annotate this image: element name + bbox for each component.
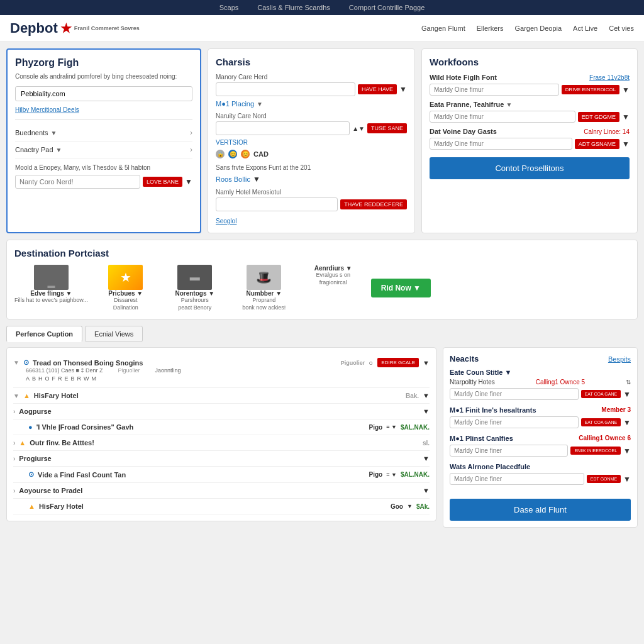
- right-sub1-btn[interactable]: DRIVE EINTERDICOL: [562, 85, 619, 94]
- right-sub2-dropdown[interactable]: ▼: [622, 113, 630, 121]
- triangle-warn-icon-3: ▲: [28, 502, 35, 510]
- dest-item-5-sub2: fragionircal: [319, 279, 347, 287]
- bottom-right-panel: Neacits Bespits Eate Coun Stitle ▼ Nta: [443, 347, 638, 528]
- right-block4-btn[interactable]: EDT GONME: [587, 475, 621, 483]
- lock-icon: 🔒: [216, 150, 225, 158]
- price-caret-4[interactable]: = ▼: [386, 424, 397, 430]
- dest-item-1-label[interactable]: Edve flings ▼: [30, 290, 72, 297]
- dropdown-caret[interactable]: ▼: [185, 177, 192, 186]
- right-sub3-btn[interactable]: ADT GSNAME: [575, 139, 619, 149]
- tab-perfence[interactable]: Perfence Cuption: [6, 326, 82, 342]
- right-block1-sort[interactable]: ⇅: [626, 379, 631, 386]
- right-block4-input[interactable]: [450, 473, 584, 485]
- mid-dropdown2-caret[interactable]: ▼: [253, 175, 260, 184]
- row-buednents[interactable]: Buednents ▼ ›: [15, 125, 192, 142]
- left-panel-input[interactable]: [15, 86, 192, 101]
- mid-field1-btn[interactable]: HAVE HAVE: [358, 84, 397, 94]
- expand-icon-1[interactable]: ▼: [13, 359, 19, 366]
- right-block4-dropdown[interactable]: ▼: [623, 475, 631, 484]
- search-link[interactable]: Seoglol: [216, 218, 236, 225]
- mid-field1-input[interactable]: [216, 82, 355, 96]
- nav-item-1[interactable]: Gangen Flumt: [421, 25, 465, 32]
- results-link[interactable]: Bespits: [608, 355, 631, 363]
- dest-item-5-label[interactable]: Aenrdiurs ▼: [314, 265, 352, 272]
- nav-item-5[interactable]: Cet vies: [609, 25, 634, 32]
- hat-icon: 🎩: [247, 265, 281, 290]
- right-sub2-btn[interactable]: EDT GDGME: [578, 112, 619, 122]
- right-block2-input[interactable]: [450, 416, 579, 428]
- cad-label: CAD: [253, 150, 269, 158]
- right-sub3-input[interactable]: [430, 138, 572, 150]
- result-btn-1[interactable]: EDIRE GCALE: [377, 358, 419, 367]
- right-block2-title: M●1 Finit Ine's hesaltrants: [450, 406, 536, 414]
- row-cnactry[interactable]: Cnactry Pad ▼ ›: [15, 142, 192, 158]
- bid-now-btn[interactable]: Rid Now ▼: [371, 279, 431, 297]
- right-block2-dropdown[interactable]: ▼: [623, 418, 631, 427]
- right-block1-title[interactable]: Eate Coun Stitle ▼: [450, 369, 511, 376]
- mid-field3-btn[interactable]: THAVE REDDECFERE: [340, 199, 407, 209]
- mid-field1-caret[interactable]: ▼: [399, 85, 407, 94]
- result-row-6: › Progiurse ▼: [13, 451, 430, 467]
- right-block1-input[interactable]: [450, 388, 579, 400]
- right-block1-dropdown[interactable]: ▼: [623, 390, 631, 399]
- right-sub2-caret[interactable]: ▼: [506, 101, 512, 108]
- right-sub1-input[interactable]: [430, 84, 559, 96]
- smile-icon-2: 😊: [241, 150, 250, 158]
- right-block2-btn[interactable]: EAT COA GANE: [581, 418, 621, 426]
- result-caret-2[interactable]: ▼: [423, 392, 430, 399]
- dest-item-2-label[interactable]: Pricbues ▼: [108, 290, 143, 297]
- result-caret-1[interactable]: ▼: [423, 359, 430, 367]
- expand-icon-3[interactable]: ›: [13, 408, 15, 415]
- dest-item-4-label[interactable]: Numbber ▼: [246, 290, 282, 297]
- dest-item-3-label[interactable]: Norentogs ▼: [175, 290, 214, 297]
- right-sub3-count: Calnry Linoe: 14: [584, 128, 630, 135]
- right-sub2-input[interactable]: [430, 111, 575, 123]
- result-price-4: Pigo: [369, 424, 383, 431]
- right-block3-input[interactable]: [450, 445, 568, 457]
- mid-dropdown2-label[interactable]: Roos Bollic: [216, 175, 250, 183]
- price-caret-9[interactable]: ▼: [407, 503, 413, 509]
- mid-dropdown1-label[interactable]: M●1 Placing: [216, 100, 254, 108]
- top-nav-link-3[interactable]: Comport Contrille Pagge: [349, 4, 425, 11]
- right-results-title: Neacits: [450, 354, 479, 364]
- right-results-header: Neacits Bespits: [450, 354, 631, 364]
- dest-item-5-sub1: Evralgus s on: [316, 272, 351, 279]
- right-block3-btn[interactable]: ENIIK INIEERDCOEL: [570, 447, 621, 455]
- nav-item-2[interactable]: Ellerkers: [477, 25, 504, 32]
- contact-btn[interactable]: Contot Prosellitons: [430, 157, 630, 179]
- nav-item-4[interactable]: Act Live: [573, 25, 597, 32]
- mid-dropdown1-caret[interactable]: ▼: [257, 101, 263, 108]
- left-bottom-btn[interactable]: LOVE BANE: [143, 177, 182, 187]
- top-nav-link-2[interactable]: Caslis & Flurre Scardhs: [257, 4, 330, 11]
- right-block1-btn[interactable]: EAT COA GANE: [581, 390, 621, 398]
- right-sub1-caret[interactable]: ▼: [622, 86, 630, 94]
- row-cnactry-label: Cnactry Pad ▼: [15, 146, 62, 153]
- nav-item-3[interactable]: Gargen Deopia: [515, 25, 562, 32]
- price-caret-7[interactable]: = ▼: [386, 472, 397, 478]
- left-panel-link[interactable]: Hilby Mercitional Deels: [15, 106, 79, 113]
- result-right-4: $AL.NAK.: [401, 424, 430, 431]
- mid-field3-input[interactable]: [216, 197, 338, 211]
- expand-icon-2[interactable]: ▼: [13, 392, 19, 399]
- expand-icon-6[interactable]: ›: [13, 455, 15, 462]
- right-block-3: M●1 Plinst Canlfies Calling1 Ownce 6 ENI…: [450, 435, 631, 457]
- right-block3-dropdown[interactable]: ▼: [623, 447, 631, 455]
- result-row-4: ● 'I Vhle |Froad Corsines" Gavh Pigo = ▼…: [13, 419, 430, 435]
- right-sub1-link[interactable]: Frase 11v2b8t: [589, 74, 630, 81]
- mid-field2-btn[interactable]: TUSE SANE: [367, 123, 407, 133]
- result-caret-8[interactable]: ▼: [423, 487, 430, 494]
- result-caret-3[interactable]: ▼: [423, 408, 430, 415]
- left-bottom-input[interactable]: [15, 175, 140, 189]
- top-nav-link-1[interactable]: Scaps: [219, 4, 239, 11]
- right-block-4: Wats Alrnone Placedfule EDT GONME ▼: [450, 463, 631, 485]
- result-caret-6[interactable]: ▼: [423, 455, 430, 462]
- section-label: VERTSIOR: [216, 139, 248, 146]
- right-sub3-dropdown[interactable]: ▼: [622, 140, 630, 148]
- result-right-5: sl.: [423, 440, 430, 447]
- tab-ecnial[interactable]: Ecnial Views: [85, 326, 143, 342]
- smile-icon-1: 😊: [228, 150, 237, 158]
- mid-field2-input[interactable]: [216, 121, 350, 135]
- expand-icon-8[interactable]: ›: [13, 487, 15, 494]
- expand-icon-5[interactable]: ›: [13, 440, 15, 447]
- bottom-btn[interactable]: Dase ald Flunt: [450, 499, 631, 521]
